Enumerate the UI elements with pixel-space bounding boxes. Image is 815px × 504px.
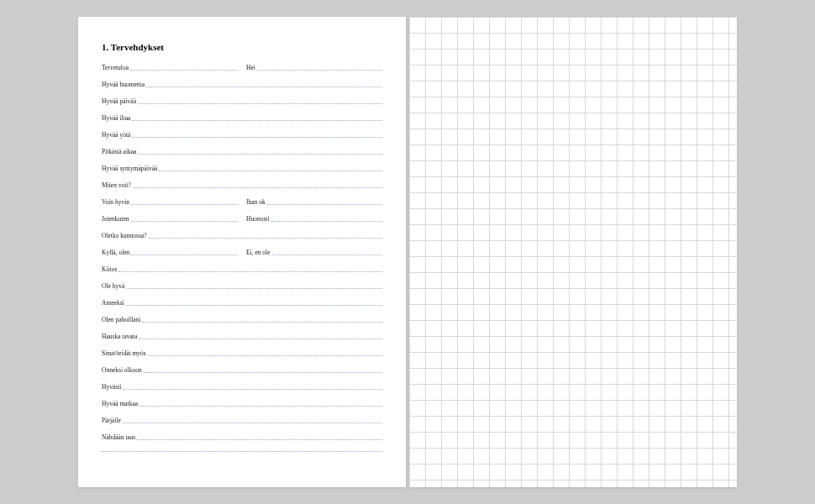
- fill-line: [126, 288, 382, 289]
- vocab-row: Oletko kunnossa?: [102, 232, 382, 249]
- vocab-cell: Hyvää huomenta: [102, 81, 382, 88]
- vocab-cell: Jotenkuten: [102, 215, 238, 223]
- vocab-term: Hyvää matkaa: [102, 400, 139, 407]
- vocab-row: Hauska tavata: [102, 333, 382, 349]
- vocab-row: Pitkästä aikaa: [102, 148, 382, 165]
- fill-line: [159, 171, 382, 171]
- vocab-row: Kiitos: [102, 265, 382, 282]
- vocab-term: Ole hyvä: [102, 282, 126, 290]
- vocab-cell: Hyvää matkaa: [102, 400, 382, 407]
- vocab-term: Ei, en ole: [246, 249, 272, 256]
- vocab-row: Hyvää syntymäpäivää: [102, 165, 382, 181]
- vocab-row: Hyvää päivää: [102, 97, 382, 114]
- page-title: 1. Tervehdykset: [102, 42, 382, 52]
- vocab-cell: Pärjäile: [102, 417, 382, 424]
- fill-line: [138, 154, 382, 155]
- vocab-row: Hyvästi: [102, 383, 382, 400]
- vocab-term: Kiitos: [102, 265, 118, 273]
- fill-line: [137, 439, 382, 440]
- fill-line: [257, 70, 382, 71]
- vocab-cell: Oletko kunnossa?: [102, 232, 382, 239]
- vocab-cell: Hauska tavata: [102, 333, 382, 340]
- vocab-row: Kyllä, olenEi, en ole: [102, 249, 382, 265]
- fill-line: [272, 255, 382, 255]
- vocab-term: Kyllä, olen: [102, 249, 131, 256]
- vocab-cell: Hyvää syntymäpäivää: [102, 165, 382, 172]
- vocab-term: Pärjäile: [102, 417, 123, 424]
- vocab-cell: Onneksi olkoon: [102, 366, 382, 374]
- vocab-row: Hyvää yötä: [102, 131, 382, 148]
- vocab-row: Miten voit?: [102, 181, 382, 198]
- fill-line: [118, 271, 382, 272]
- vocab-term: Oletko kunnossa?: [102, 232, 149, 239]
- vocab-term: Hyvää syntymäpäivää: [102, 165, 159, 172]
- fill-line: [271, 221, 382, 222]
- vocab-cell: Hei: [246, 64, 382, 71]
- vocab-row: JotenkutenHuonosti: [102, 215, 382, 232]
- vocab-row: Hyvää iltaa: [102, 114, 382, 131]
- vocab-cell: Olen pahoillani: [102, 316, 382, 323]
- vocab-cell: Nähdään taas: [102, 433, 382, 441]
- vocab-row: Anteeksi: [102, 299, 382, 316]
- vocab-row: Pärjäile: [102, 417, 382, 433]
- vocab-term: Ihan ok: [246, 198, 267, 206]
- fill-line: [133, 187, 382, 188]
- vocab-term: Miten voit?: [102, 181, 133, 189]
- vocab-cell: Pitkästä aikaa: [102, 148, 382, 155]
- right-page-grid: [409, 17, 737, 487]
- vocab-term: Tervetuloa: [102, 64, 130, 71]
- vocab-row: Sinut/teidät myös: [102, 349, 382, 366]
- fill-line: [131, 255, 238, 255]
- vocab-term: Hyvästi: [102, 383, 123, 391]
- vocab-term: Anteeksi: [102, 299, 126, 307]
- page-spread: 1. Tervehdykset TervetuloaHeiHyvää huome…: [78, 17, 737, 487]
- vocab-term: Hauska tavata: [102, 333, 139, 340]
- vocab-row: Ole hyvä: [102, 282, 382, 299]
- vocab-cell: Hyvää päivää: [102, 97, 382, 105]
- vocab-row: Voin hyvinIhan ok: [102, 198, 382, 215]
- vocab-cell: Ei, en ole: [246, 249, 382, 256]
- fill-line: [267, 204, 382, 205]
- vocab-cell: Voin hyvin: [102, 198, 238, 206]
- fill-line: [126, 305, 382, 306]
- vocab-cell: Huonosti: [246, 215, 382, 223]
- vocab-row: Onneksi olkoon: [102, 366, 382, 383]
- fill-line: [132, 137, 382, 138]
- fill-line: [144, 372, 382, 373]
- vocab-cell: Ihan ok: [246, 198, 382, 206]
- vocab-cell: Hyvää iltaa: [102, 114, 382, 122]
- vocab-term: Huonosti: [246, 215, 271, 223]
- vocab-term: Voin hyvin: [102, 198, 131, 206]
- vocabulary-rows: TervetuloaHeiHyvää huomentaHyvää päivääH…: [102, 64, 382, 467]
- vocab-term: Olen pahoillani: [102, 316, 142, 323]
- vocab-row: Olen pahoillani: [102, 316, 382, 333]
- vocab-cell: Kiitos: [102, 265, 382, 273]
- fill-line: [146, 87, 382, 87]
- vocab-term: Pitkästä aikaa: [102, 148, 138, 155]
- vocab-row: Hyvää huomenta: [102, 81, 382, 97]
- vocab-cell: Ole hyvä: [102, 282, 382, 290]
- fill-line: [131, 221, 239, 222]
- fill-line: [139, 406, 382, 407]
- fill-line: [130, 70, 238, 71]
- vocab-cell: Hyvästi: [102, 383, 382, 391]
- vocab-row: TervetuloaHei: [102, 64, 382, 81]
- fill-line: [132, 120, 382, 121]
- vocab-term: Hyvää huomenta: [102, 81, 146, 88]
- vocab-term: Hei: [246, 64, 257, 71]
- fill-line: [123, 389, 382, 390]
- vocab-term: Jotenkuten: [102, 215, 131, 223]
- vocab-row: [102, 450, 382, 467]
- vocab-row: Hyvää matkaa: [102, 400, 382, 417]
- vocab-cell: [102, 450, 382, 451]
- vocab-cell: Anteeksi: [102, 299, 382, 307]
- fill-line: [123, 423, 382, 423]
- fill-line: [148, 355, 382, 356]
- fill-line: [149, 238, 382, 239]
- fill-line: [102, 451, 382, 452]
- vocab-row: Nähdään taas: [102, 433, 382, 450]
- vocab-cell: Tervetuloa: [102, 64, 238, 71]
- vocab-cell: Sinut/teidät myös: [102, 349, 382, 357]
- vocab-term: Nähdään taas: [102, 433, 137, 441]
- vocab-term: Hyvää yötä: [102, 131, 132, 139]
